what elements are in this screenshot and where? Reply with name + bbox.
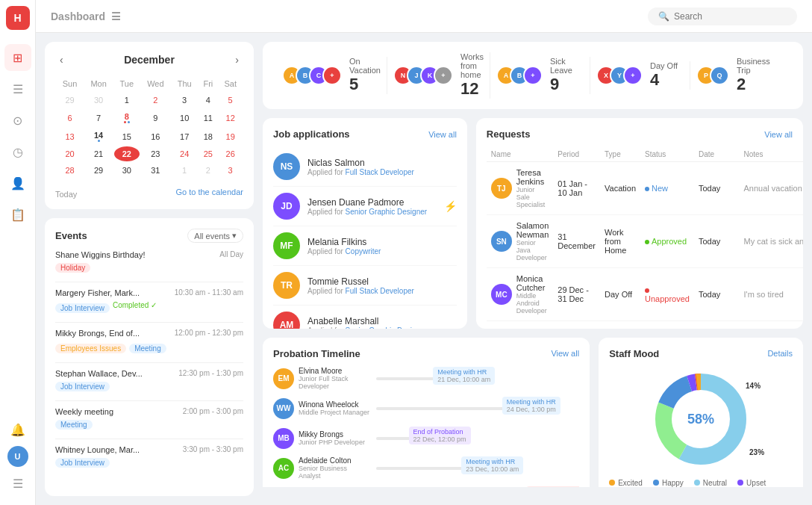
today-button[interactable]: Today: [55, 190, 77, 199]
events-card: Events All events ▾ Shane Wiggins Birthd…: [45, 218, 254, 496]
timeline-tag: Meeting with HR23 Dec, 10:00 am: [461, 456, 523, 474]
sidebar-item-circle[interactable]: ⊙: [4, 107, 31, 134]
cal-day[interactable]: 31: [141, 163, 170, 178]
cal-day[interactable]: 5: [219, 93, 242, 108]
requests-card: Requests View all Name Period Type Statu…: [476, 118, 803, 329]
donut-chart: 58% 14% 23%: [649, 367, 753, 471]
cal-day[interactable]: 4: [199, 93, 217, 108]
legend-neutral: Neutral: [694, 479, 727, 487]
table-row: JL Juliette Lagache Project Manager 04 J…: [487, 321, 803, 329]
notes-cell: Annual vacation: [739, 162, 803, 215]
sidebar-item-dashboard[interactable]: ⊞: [4, 44, 31, 71]
event-item: Shane Wiggins Birthday! All Day Holiday: [55, 250, 243, 273]
requests-view-all[interactable]: View all: [764, 130, 793, 139]
cal-day[interactable]: 15: [114, 128, 140, 145]
job-role: Applied for Senior Graphic Designer: [307, 326, 457, 329]
event-name: Shane Wiggins Birthday!: [55, 250, 145, 259]
person-cell: TJ Teresa Jenkins Junior Sale Specialist: [487, 162, 553, 215]
cal-sat: Sat: [219, 76, 242, 91]
cal-day[interactable]: 10: [172, 109, 197, 126]
calendar-grid: Sun Mon Tue Wed Thu Fri Sat 29 30: [55, 75, 243, 179]
cal-day[interactable]: 14: [84, 128, 113, 145]
job-apps-view-all[interactable]: View all: [428, 130, 457, 139]
stat-info: On Vacation 5: [349, 57, 381, 94]
probation-card: Probation Timeline View all EM Elvina Mo…: [263, 338, 590, 487]
cal-day[interactable]: 26: [219, 146, 242, 161]
cal-day[interactable]: 19: [219, 128, 242, 145]
cal-day[interactable]: 20: [57, 146, 83, 161]
job-info: Tommie Russel Applied for Full Stack Dev…: [307, 276, 457, 295]
cal-day[interactable]: 1: [114, 93, 140, 108]
cal-day[interactable]: 25: [199, 146, 217, 161]
probation-view-all[interactable]: View all: [551, 349, 579, 358]
search-box[interactable]: 🔍: [648, 7, 797, 25]
sidebar-item-users[interactable]: 👤: [4, 170, 31, 196]
requests-header: Requests View all: [487, 128, 793, 140]
cal-day[interactable]: 30: [114, 163, 140, 178]
cal-day[interactable]: 7: [84, 109, 113, 126]
cal-day[interactable]: 21: [84, 146, 113, 161]
cal-day[interactable]: 17: [172, 128, 197, 145]
cal-day[interactable]: 18: [199, 128, 217, 145]
sidebar-item-notifications[interactable]: 🔔: [4, 416, 31, 443]
sidebar-logo[interactable]: H: [6, 6, 30, 30]
timeline-role: Senior Business Analyst: [299, 465, 370, 480]
cal-day[interactable]: 23: [141, 146, 170, 161]
user-avatar[interactable]: U: [7, 446, 28, 467]
goto-calendar[interactable]: Go to the calendar: [175, 188, 243, 196]
period-cell: 01 Jan - 10 Jan: [553, 162, 600, 215]
cal-day[interactable]: 16: [141, 128, 170, 145]
cal-day[interactable]: 29: [84, 163, 113, 178]
cal-day[interactable]: 13: [57, 128, 83, 145]
cal-day[interactable]: 9: [141, 109, 170, 126]
cal-day[interactable]: 11: [199, 109, 217, 126]
mood-details[interactable]: Details: [767, 349, 793, 358]
job-apps-header: Job applications View all: [273, 128, 457, 140]
event-row: Weekly meeting 2:00 pm - 3:00 pm: [55, 407, 243, 418]
event-time: 12:30 pm - 1:30 pm: [178, 369, 243, 377]
cal-day[interactable]: 3: [172, 93, 197, 108]
cal-day[interactable]: 28: [57, 163, 83, 178]
cal-day[interactable]: 30: [84, 93, 113, 108]
events-filter[interactable]: All events ▾: [187, 229, 243, 243]
event-tag: Job Interview: [55, 458, 110, 468]
cal-day[interactable]: 2: [141, 93, 170, 108]
sidebar-item-docs[interactable]: 📋: [4, 201, 31, 228]
stat-number: 12: [460, 79, 484, 99]
col-status: Status: [640, 147, 694, 162]
job-name: Tommie Russel: [307, 276, 457, 287]
legend-happy: Happy: [653, 479, 684, 487]
stat-number: 5: [349, 75, 381, 94]
cal-day[interactable]: 2: [199, 163, 217, 178]
event-tag: Holiday: [55, 263, 90, 273]
search-input[interactable]: [674, 11, 787, 22]
calendar-next[interactable]: ›: [231, 52, 243, 67]
mood-header: Staff Mood Details: [609, 348, 793, 359]
cal-day[interactable]: 29: [57, 93, 83, 108]
sidebar-item-menu[interactable]: ☰: [4, 75, 31, 102]
mood-title: Staff Mood: [609, 348, 659, 359]
event-tag: Meeting: [129, 344, 166, 353]
cal-day-today[interactable]: 22: [114, 146, 140, 161]
person-name: Salamon Newman: [516, 221, 549, 239]
person-name: Juliette Lagache: [516, 327, 549, 329]
job-info: Melania Filkins Applied for Copywriter: [307, 237, 457, 255]
cal-day[interactable]: 8: [114, 109, 140, 126]
filter-label: All events: [194, 232, 230, 241]
cal-day[interactable]: 12: [219, 109, 242, 126]
event-tag: Job Interview: [55, 303, 110, 313]
cal-day[interactable]: 24: [172, 146, 197, 161]
sidebar-item-time[interactable]: ◷: [4, 138, 31, 165]
calendar-prev[interactable]: ‹: [55, 52, 68, 67]
legend-excited: Excited: [609, 479, 643, 487]
stat-avatars: X Y +: [596, 66, 643, 85]
event-name: Whitney Lounge, Mar...: [55, 445, 140, 454]
sidebar-item-settings[interactable]: ☰: [4, 470, 31, 497]
job-action-icon[interactable]: ⚡: [444, 200, 457, 212]
search-icon: 🔍: [658, 11, 669, 22]
cal-day[interactable]: 1: [172, 163, 197, 178]
cal-day[interactable]: 6: [57, 109, 83, 126]
cal-day[interactable]: 3: [219, 163, 242, 178]
stat-sick-leave: A B + Sick Leave 9: [490, 57, 590, 94]
table-row: MC Monica Cutcher Middle Android Develop…: [487, 268, 803, 321]
